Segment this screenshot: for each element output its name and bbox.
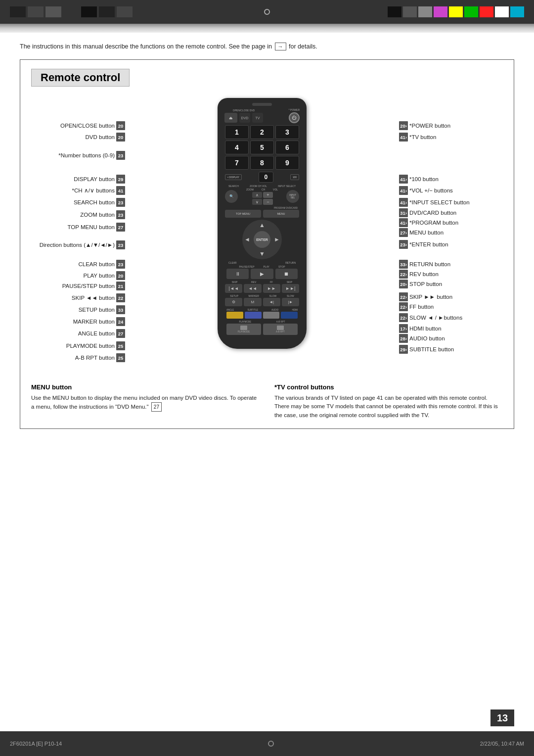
label-dvd: DVD button 20 — [86, 133, 125, 142]
power-area: * POWER ⏻ — [289, 108, 300, 123]
num-1[interactable]: 1 — [225, 125, 249, 139]
skip-back-btn[interactable]: |◄◄ — [225, 284, 242, 293]
input-select-btn[interactable]: INPUTSEL — [286, 190, 299, 203]
vol-down-btn[interactable]: − — [263, 199, 273, 205]
label-r-subtitle: 29› SUBTITLE button — [399, 345, 454, 354]
note-tv-title: *TV control buttons — [274, 383, 503, 391]
label-ch: *CH ∧/∨ buttons 41 — [72, 186, 125, 195]
program-dvdcard-label: PROGRAM DVD/CARD — [222, 207, 302, 209]
audio-btn[interactable] — [263, 312, 280, 319]
abrpt-btn[interactable]: A-B RPT — [263, 324, 298, 335]
num-7[interactable]: 7 — [225, 156, 249, 170]
openclose-dvd-buttons: ⏏ DVD TV — [224, 113, 263, 123]
num-8[interactable]: 8 — [250, 156, 274, 170]
top-labels-row: OPEN/CLOSE DVD ⏏ DVD TV * POWER ⏻ — [222, 108, 302, 123]
top-menu-btn[interactable]: TOP MENU — [225, 210, 261, 218]
subtitle-btn[interactable] — [245, 312, 262, 319]
label-playmode: PLAYMODE button 25 — [66, 341, 125, 350]
vol-buttons: + − — [263, 192, 273, 205]
label-marker: MARKER button 24 — [73, 317, 125, 326]
num-5[interactable]: 5 — [250, 141, 274, 154]
menu-btn[interactable]: MENU — [263, 210, 299, 218]
label-r-power: 20› *POWER button — [399, 121, 450, 130]
num-9[interactable]: 9 — [275, 156, 299, 170]
label-zoom: ZOOM button 23 — [80, 210, 125, 219]
label-r-dvdcard: 31› DVD/CARD button — [399, 208, 456, 217]
slow-fwd-btn[interactable]: |► — [282, 298, 299, 306]
setup-labels: SETUP MARKER SLOW SLOW — [222, 294, 302, 297]
playmode-icon — [240, 326, 247, 330]
slow-back-btn[interactable]: ◄| — [263, 298, 280, 306]
pause-step-btn[interactable]: ⏸ — [226, 269, 249, 279]
num-4[interactable]: 4 — [225, 141, 249, 154]
label-clear: CLEAR button 23 — [78, 260, 125, 269]
label-r-enter: 23› *ENTER button — [399, 240, 448, 249]
tv-label-btn[interactable]: TV — [252, 113, 263, 123]
dir-ring: ▲ ▼ ◄ ► ENTER — [242, 220, 282, 259]
page-content: The instructions in this manual describe… — [0, 33, 534, 439]
ch-down-btn[interactable]: ∨ — [252, 199, 262, 205]
top-center-registration — [264, 9, 270, 15]
return-label: RETURN — [285, 261, 296, 264]
playmode-btn[interactable]: PLAYMODE — [226, 324, 261, 335]
bar-block-2 — [28, 6, 44, 17]
label-openclose: OPEN/CLOSE button 20 — [60, 121, 125, 130]
bottom-notes: MENU button Use the MENU button to displ… — [31, 383, 503, 420]
search-btn[interactable]: 🔍 — [225, 190, 238, 203]
color-8 — [495, 6, 509, 17]
marker-btn[interactable]: M — [244, 298, 261, 306]
label-topmenu: TOP MENU button 27 — [68, 223, 125, 232]
right-labels-column: 20› *POWER button 41› *TV button 41› *10… — [394, 95, 503, 373]
num-3[interactable]: 3 — [275, 125, 299, 139]
ff-btn[interactable]: ►► — [263, 284, 280, 293]
num-2[interactable]: 2 — [250, 125, 274, 139]
skip-fwd-btn[interactable]: ►►| — [282, 284, 299, 293]
play-pause-stop-row: ⏸ ▶ ⏹ — [226, 269, 298, 279]
num-0[interactable]: 0 — [259, 172, 273, 183]
dir-left-btn[interactable]: ◄ — [244, 236, 250, 243]
enter-btn[interactable]: ENTER — [254, 231, 270, 248]
vol-up-btn[interactable]: + — [263, 192, 273, 198]
note-menu-text: Use the MENU button to display the menu … — [31, 394, 260, 412]
ch-vol-cluster: ZOOMCHVOL ∧ ∨ + — [239, 188, 285, 205]
power-btn[interactable]: ⏻ — [289, 112, 300, 123]
playback-labels: PAUSE/STEP PLAY STOP — [222, 265, 302, 268]
remote-control-section: Remote control OPEN/CLOSE button 20 DVD … — [20, 59, 514, 429]
label-r-menu: 27› MENU button — [399, 228, 444, 237]
bottom-bar: 2F60201A [E] P10-14 2/22/05, 10:47 AM — [0, 731, 534, 756]
hundred-btn[interactable]: 100 — [290, 174, 299, 180]
intro-text: The instructions in this manual describe… — [20, 43, 272, 50]
rev-btn[interactable]: ◄◄ — [244, 284, 261, 293]
color-2 — [403, 6, 417, 17]
note-tv-text: The various brands of TV listed on page … — [274, 394, 503, 420]
angle-btn[interactable] — [226, 312, 243, 319]
dir-right-btn[interactable]: ► — [274, 236, 280, 243]
label-r-100: 41› *100 button — [399, 175, 439, 184]
color-buttons-row — [226, 312, 298, 319]
label-number-buttons: *Number buttons (0-9) 23 — [58, 151, 125, 160]
ch-up-btn[interactable]: ∧ — [252, 192, 262, 198]
chvol-labels: SEARCH ZOOM CH VOL INPUT SELECT — [222, 185, 302, 188]
color-1 — [388, 6, 401, 17]
topmenu-menu-row: TOP MENU MENU — [225, 210, 299, 218]
openclose-btn[interactable]: ⏏ — [224, 113, 237, 123]
setup-btn[interactable]: ⚙ — [225, 298, 242, 306]
dir-up-btn[interactable]: ▲ — [259, 222, 265, 229]
ch-vol-controls: ∧ ∨ + − — [251, 192, 273, 205]
remote-control-title: Remote control — [31, 69, 130, 87]
bar-block-3 — [45, 6, 61, 17]
label-display: DISPLAY button 29 — [74, 175, 125, 184]
dvd-label-btn[interactable]: DVD — [239, 113, 250, 123]
color-7 — [480, 6, 493, 17]
num-6[interactable]: 6 — [275, 141, 299, 154]
stop-btn[interactable]: ⏹ — [275, 269, 298, 279]
label-r-slow: 22› SLOW ◄ / ►buttons — [399, 313, 462, 322]
label-setup: SETUP button 33 — [79, 305, 125, 314]
display-btn[interactable]: • DISPLAY — [225, 174, 242, 180]
abrpt-icon — [277, 326, 284, 330]
direction-cluster: ▲ ▼ ◄ ► ENTER — [225, 220, 299, 259]
play-btn[interactable]: ▶ — [251, 269, 273, 279]
label-r-audio: 28› AUDIO button — [399, 334, 445, 343]
hdmi-btn[interactable] — [281, 312, 298, 319]
dir-down-btn[interactable]: ▼ — [259, 250, 265, 257]
